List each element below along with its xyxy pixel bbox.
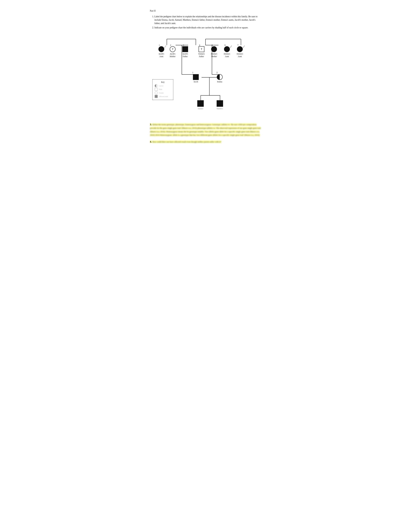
question-4: 4. How could their son have affected res… — [150, 140, 261, 144]
individual-p5: Emma'sMother — [211, 46, 217, 58]
samuel-symbol — [197, 100, 204, 107]
p6-slash: ∕ — [231, 45, 231, 48]
key-male-symbol — [155, 88, 158, 91]
p6-label: Emma'sAunt — [224, 53, 230, 58]
individual-emma: Emma — [217, 74, 223, 83]
p1-slash: ∕ — [165, 45, 166, 48]
gen1-num3: 3 — [183, 44, 184, 47]
emma-symbol — [217, 74, 223, 80]
key-male-label: Male — [159, 88, 162, 90]
p7-symbol — [237, 46, 243, 52]
individual-samuel: Samuel — [197, 100, 204, 110]
individual-p1: ∕ Jacob'sAunt — [159, 46, 164, 58]
p1-symbol — [159, 46, 164, 52]
p4-symbol: ? — [199, 46, 204, 52]
matthew-label: Matthew — [217, 107, 223, 110]
key-affected-symbol — [155, 95, 158, 98]
gen2-num2: 2 — [216, 71, 218, 74]
instructions: Label the pedigree chart below to explai… — [150, 15, 261, 29]
individual-p3: Jacob'sFather — [182, 46, 188, 58]
key-carrier-label: Carrier — [159, 85, 163, 87]
key-title: Key — [155, 81, 171, 83]
p2-symbol: ? — [170, 46, 176, 52]
p3-symbol — [182, 46, 188, 52]
q4-number: 4. — [150, 141, 152, 143]
gen2-num1: 1 — [192, 71, 193, 74]
individual-jacob: Jacob — [193, 74, 199, 83]
key-carrier-symbol — [155, 84, 158, 87]
p7-slash: ∕ — [243, 45, 244, 48]
p7-label: Emma'sAunt — [237, 53, 243, 58]
key-row-3: Female — [155, 91, 171, 94]
p4-label: Emma'sFather — [198, 53, 205, 58]
individual-p2: ? Jacob'sMother — [170, 46, 176, 58]
key-box: Key Carrier Male Female Affected male — [152, 79, 173, 100]
jacob-symbol — [193, 74, 199, 80]
bottom-section: 3. Define the terms genotype, phenotype,… — [150, 123, 261, 144]
pedigree-chart: 1 ∕ Jacob'sAunt 2 ? Jacob'sMother 3 Jaco… — [151, 34, 260, 118]
key-row-2: Male — [155, 88, 171, 91]
p3-label: Jacob'sFather — [182, 53, 188, 58]
individual-matthew: Matthew — [217, 100, 223, 110]
p2-label: Jacob'sMother — [170, 53, 175, 58]
jacob-label: Jacob — [194, 81, 198, 83]
gen1-num7: 7 — [237, 44, 239, 47]
question-3: 3. Define the terms genotype, phenotype,… — [150, 123, 261, 137]
gen1-num4: 4 — [199, 44, 200, 47]
p6-symbol — [224, 46, 230, 52]
gen1-num1: 1 — [159, 44, 160, 47]
emma-label: Emma — [217, 81, 222, 83]
gen1-num2: 2 — [170, 44, 171, 47]
q3-text: Define the terms genotype, phenotype, ho… — [150, 123, 261, 136]
p5-symbol — [211, 46, 217, 52]
matthew-symbol — [217, 100, 223, 107]
individual-p6: ∕ Emma'sAunt — [224, 46, 230, 58]
individual-p4: ? Emma'sFather — [198, 46, 205, 58]
key-female-symbol — [155, 91, 158, 94]
key-female-label: Female — [159, 92, 164, 94]
samuel-label: Samuel — [198, 107, 203, 110]
gen1-num6: 6 — [224, 44, 226, 47]
part-heading: Part II — [150, 10, 261, 12]
gen1-num5: 5 — [212, 44, 213, 47]
key-row-4: Affected male — [155, 95, 171, 98]
p5-label: Emma'sMother — [211, 53, 217, 58]
individual-p7: ∕ Emma'sAunt — [237, 46, 243, 58]
key-row-1: Carrier — [155, 84, 171, 87]
q4-text: How could their son have affected result… — [152, 141, 221, 143]
p1-label: Jacob'sAunt — [159, 53, 164, 58]
q3-number: 3. — [150, 123, 152, 126]
key-affected-label: Affected male — [159, 95, 168, 97]
instruction-1: Label the pedigree chart below to explai… — [154, 15, 261, 25]
instruction-2: Indicate on your pedigree chart the indi… — [154, 26, 261, 29]
